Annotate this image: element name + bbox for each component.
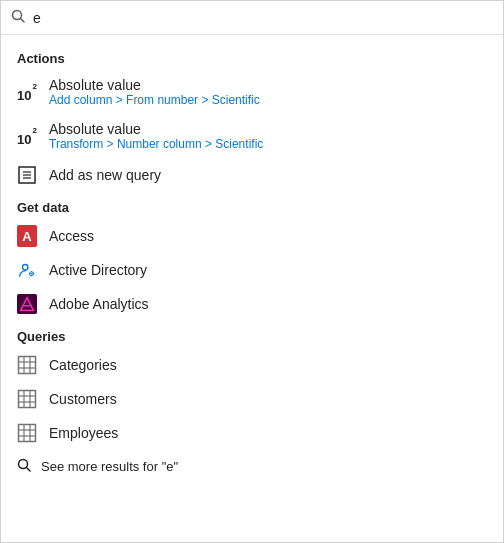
list-item[interactable]: 10 2 Absolute value Add column > From nu… (1, 70, 503, 114)
svg-rect-26 (19, 425, 36, 442)
list-item[interactable]: Active Directory (1, 253, 503, 287)
item-title: Adobe Analytics (49, 296, 149, 312)
search-input[interactable] (33, 10, 493, 26)
svg-point-6 (22, 265, 27, 270)
see-more-button[interactable]: See more results for "e" (1, 450, 503, 483)
item-text: Access (49, 228, 94, 244)
abs-value-icon: 10 2 (17, 126, 37, 146)
svg-line-32 (27, 468, 31, 472)
search-icon (11, 9, 25, 26)
search-bar (1, 1, 503, 35)
list-item[interactable]: Add as new query (1, 158, 503, 192)
section-header-get-data: Get data (1, 192, 503, 219)
item-title: Categories (49, 357, 117, 373)
list-item[interactable]: Categories (1, 348, 503, 382)
item-text: Add as new query (49, 167, 161, 183)
item-text: Employees (49, 425, 118, 441)
item-text: Categories (49, 357, 117, 373)
section-header-actions: Actions (1, 43, 503, 70)
svg-line-1 (21, 19, 25, 23)
item-title: Customers (49, 391, 117, 407)
item-text: Absolute value Add column > From number … (49, 77, 260, 107)
list-item[interactable]: Customers (1, 382, 503, 416)
item-text: Absolute value Transform > Number column… (49, 121, 263, 151)
svg-rect-21 (19, 391, 36, 408)
item-title: Employees (49, 425, 118, 441)
item-title: Absolute value (49, 77, 260, 93)
access-icon: A (17, 226, 37, 246)
table-icon (17, 389, 37, 409)
item-title: Absolute value (49, 121, 263, 137)
see-more-label: See more results for "e" (41, 459, 178, 474)
table-icon (17, 355, 37, 375)
list-item[interactable]: A Access (1, 219, 503, 253)
section-header-queries: Queries (1, 321, 503, 348)
item-title: Add as new query (49, 167, 161, 183)
item-text: Adobe Analytics (49, 296, 149, 312)
list-item[interactable]: Adobe Analytics (1, 287, 503, 321)
abs-value-icon: 10 2 (17, 82, 37, 102)
list-item[interactable]: Employees (1, 416, 503, 450)
results-content: Actions 10 2 Absolute value Add column >… (1, 35, 503, 542)
item-text: Active Directory (49, 262, 147, 278)
item-subtitle: Transform > Number column > Scientific (49, 137, 263, 151)
table-icon (17, 423, 37, 443)
active-directory-icon (17, 260, 37, 280)
see-more-search-icon (17, 458, 31, 475)
item-subtitle: Add column > From number > Scientific (49, 93, 260, 107)
add-query-icon (17, 165, 37, 185)
list-item[interactable]: 10 2 Absolute value Transform > Number c… (1, 114, 503, 158)
svg-rect-16 (19, 357, 36, 374)
search-panel: Actions 10 2 Absolute value Add column >… (0, 0, 504, 543)
item-text: Customers (49, 391, 117, 407)
svg-point-8 (31, 273, 32, 274)
adobe-analytics-icon (17, 294, 37, 314)
item-title: Access (49, 228, 94, 244)
item-title: Active Directory (49, 262, 147, 278)
